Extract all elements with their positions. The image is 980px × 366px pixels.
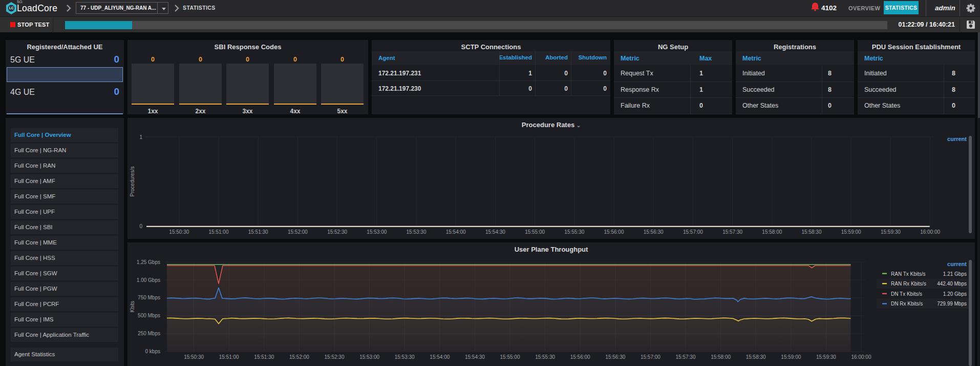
- svg-text:1.20 Gbps: 1.20 Gbps: [943, 291, 967, 297]
- svg-text:15:50:30: 15:50:30: [184, 354, 204, 360]
- svg-text:15:51:00: 15:51:00: [209, 229, 229, 235]
- svg-text:15:56:30: 15:56:30: [605, 354, 625, 360]
- svg-text:Procedures/s: Procedures/s: [130, 167, 135, 197]
- svg-text:15:51:30: 15:51:30: [254, 354, 274, 360]
- svg-text:RAN Rx Kbits/s: RAN Rx Kbits/s: [891, 281, 926, 287]
- svg-text:15:55:00: 15:55:00: [500, 354, 520, 360]
- svg-text:0 kbps: 0 kbps: [145, 349, 160, 354]
- svg-text:15:57:00: 15:57:00: [683, 229, 703, 235]
- svg-text:15:52:00: 15:52:00: [288, 229, 308, 235]
- svg-text:250 Mbps: 250 Mbps: [138, 331, 160, 336]
- svg-text:15:54:30: 15:54:30: [485, 229, 505, 235]
- svg-text:1: 1: [139, 134, 142, 140]
- svg-text:15:54:00: 15:54:00: [446, 229, 466, 235]
- svg-text:1.25 Gbps: 1.25 Gbps: [137, 259, 160, 265]
- svg-text:15:55:00: 15:55:00: [525, 229, 545, 235]
- svg-text:15:54:00: 15:54:00: [430, 354, 450, 360]
- svg-text:16:00:00: 16:00:00: [920, 229, 940, 235]
- svg-text:current: current: [947, 261, 967, 267]
- svg-text:15:55:30: 15:55:30: [535, 354, 555, 360]
- svg-text:15:53:30: 15:53:30: [395, 354, 415, 360]
- svg-text:15:50:30: 15:50:30: [169, 229, 189, 235]
- svg-text:15:53:00: 15:53:00: [359, 354, 379, 360]
- svg-text:15:57:30: 15:57:30: [722, 229, 742, 235]
- svg-text:15:59:30: 15:59:30: [881, 229, 901, 235]
- svg-text:15:52:30: 15:52:30: [325, 354, 345, 360]
- svg-text:16:00:00: 16:00:00: [851, 354, 871, 360]
- svg-text:Kbits: Kbits: [130, 301, 135, 312]
- svg-text:15:51:30: 15:51:30: [248, 229, 268, 235]
- svg-text:15:59:00: 15:59:00: [841, 229, 861, 235]
- svg-text:15:53:30: 15:53:30: [407, 229, 427, 235]
- svg-text:442.40 Mbps: 442.40 Mbps: [937, 281, 967, 287]
- svg-text:500 Mbps: 500 Mbps: [138, 313, 160, 318]
- svg-text:15:56:00: 15:56:00: [604, 229, 624, 235]
- svg-text:15:55:30: 15:55:30: [564, 229, 584, 235]
- svg-text:15:53:00: 15:53:00: [367, 229, 387, 235]
- svg-text:DN Rx Kbits/s: DN Rx Kbits/s: [891, 301, 923, 307]
- svg-text:15:57:30: 15:57:30: [676, 354, 696, 360]
- svg-text:0: 0: [139, 223, 142, 229]
- svg-text:15:51:00: 15:51:00: [219, 354, 239, 360]
- svg-text:RAN Tx Kbits/s: RAN Tx Kbits/s: [891, 271, 926, 277]
- svg-text:current: current: [947, 136, 967, 142]
- svg-text:15:59:00: 15:59:00: [781, 354, 801, 360]
- svg-text:15:58:00: 15:58:00: [711, 354, 731, 360]
- svg-text:15:58:00: 15:58:00: [762, 229, 782, 235]
- svg-text:15:52:00: 15:52:00: [289, 354, 309, 360]
- svg-text:15:54:30: 15:54:30: [465, 354, 485, 360]
- svg-text:15:57:00: 15:57:00: [641, 354, 661, 360]
- svg-text:15:58:30: 15:58:30: [746, 354, 766, 360]
- svg-text:15:59:30: 15:59:30: [816, 354, 836, 360]
- svg-text:15:56:00: 15:56:00: [570, 354, 590, 360]
- svg-text:1.00 Gbps: 1.00 Gbps: [137, 277, 160, 283]
- svg-text:729.99 Mbps: 729.99 Mbps: [937, 301, 967, 307]
- svg-text:15:52:30: 15:52:30: [327, 229, 347, 235]
- svg-text:15:58:30: 15:58:30: [802, 229, 822, 235]
- svg-text:1.21 Gbps: 1.21 Gbps: [943, 271, 967, 277]
- svg-text:15:56:30: 15:56:30: [644, 229, 664, 235]
- svg-text:DN Tx Kbits/s: DN Tx Kbits/s: [891, 291, 922, 297]
- svg-text:LC: LC: [9, 6, 14, 10]
- svg-text:750 Mbps: 750 Mbps: [138, 295, 160, 300]
